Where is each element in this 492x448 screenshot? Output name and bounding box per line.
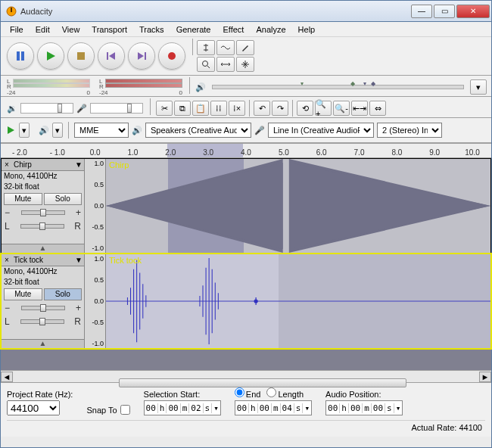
play-button[interactable] [37,42,64,70]
length-radio[interactable] [266,387,276,397]
menu-view[interactable]: View [56,23,86,36]
snap-to-checkbox[interactable] [120,405,130,415]
selection-end-field[interactable]: 00h 00m 04s▾ [235,400,312,415]
titlebar: Audacity — ▭ ✕ [1,1,491,22]
paste-button[interactable]: 📋 [192,101,209,116]
menu-file[interactable]: File [4,23,30,36]
svg-marker-13 [8,126,14,134]
trim-button[interactable]: ⁞⁞ [210,101,227,116]
scroll-thumb[interactable] [119,378,406,387]
input-channels-dropdown[interactable]: 2 (Stereo) Inp [377,123,442,138]
cut-button[interactable]: ✂ [156,101,173,116]
pause-button[interactable] [7,42,34,70]
close-button[interactable]: ✕ [456,5,490,18]
maximize-button[interactable]: ▭ [434,5,455,18]
gain-slider[interactable] [21,306,65,310]
track-format-1: Mono, 44100Hz [2,266,84,277]
zoom-in-button[interactable]: 🔍+ [315,101,332,116]
svg-marker-19 [291,163,490,249]
track-collapse-button[interactable]: ▲ [2,244,84,253]
track-name[interactable]: Tick tock [12,256,73,264]
play-at-speed-button[interactable]: ▾ [52,123,63,138]
project-rate-dropdown[interactable]: 44100 [7,400,60,415]
envelope-tool[interactable] [216,40,235,55]
gain-plus-icon: + [76,303,81,313]
end-radio[interactable] [235,387,244,397]
svg-line-12 [207,66,210,68]
stop-button[interactable] [67,42,95,70]
waveform-chirp[interactable]: Chirp [106,159,490,253]
track-close-button[interactable]: × [2,256,12,264]
menu-effect[interactable]: Effect [217,23,251,36]
output-volume-slider[interactable] [20,103,73,114]
mute-button[interactable]: Mute [4,288,42,300]
scroll-left-button[interactable]: ◄ [1,372,13,382]
gain-slider[interactable] [21,210,65,215]
speaker-small-icon: 🔉 [7,104,17,114]
redo-button[interactable]: ↷ [272,101,288,116]
gain-plus-icon: + [76,207,81,218]
timeshift-tool[interactable] [216,57,235,72]
menu-tracks[interactable]: Tracks [133,23,170,36]
fit-project-button[interactable]: ⇔ [369,101,386,116]
menu-help[interactable]: Help [292,23,322,36]
track-menu-button[interactable]: ▼ [73,256,84,264]
playback-meter[interactable]: LR -240 [7,79,90,95]
pan-slider[interactable] [20,224,64,229]
play-small-icon [7,126,16,135]
pan-slider[interactable] [20,319,64,324]
track-close-button[interactable]: × [2,160,12,169]
mute-button[interactable]: Mute [4,193,42,205]
speaker-icon: 🔊 [195,82,206,92]
speaker-device-icon: 🔊 [39,126,49,135]
horizontal-scrollbar[interactable]: ◄ ► [1,370,491,382]
track-name[interactable]: Chirp [12,160,73,169]
project-rate-label: Project Rate (Hz): [7,390,73,399]
zoom-out-button[interactable]: 🔍- [333,101,350,116]
audio-position-field[interactable]: 00h 00m 00s▾ [325,400,403,415]
transport-options-button[interactable]: ▾ [19,123,30,138]
sync-lock-button[interactable]: ⟲ [297,101,313,116]
solo-button[interactable]: Solo [44,288,83,300]
record-button[interactable] [158,42,185,70]
tracks-area: × Chirp ▼ Mono, 44100Hz 32-bit float Mut… [1,158,491,370]
amplitude-scale: 1.0 0.5 0.0 -0.5 -1.0 [85,254,106,348]
timeline-ruler[interactable]: - 2.0 - 1.0 0.0 1.0 2.0 3.0 4.0 5.0 6.0 … [1,143,491,158]
undo-button[interactable]: ↶ [254,101,270,116]
skip-end-button[interactable] [128,42,155,70]
track-menu-button[interactable]: ▼ [73,160,84,169]
track-chirp: × Chirp ▼ Mono, 44100Hz 32-bit float Mut… [1,158,491,254]
solo-button[interactable]: Solo [44,193,83,205]
selection-start-label: Selection Start: [144,390,221,399]
output-device-dropdown[interactable]: Speakers (Creative Aud [145,123,251,138]
audio-host-dropdown[interactable]: MME [74,123,129,138]
silence-button[interactable]: ⁞× [229,101,245,116]
draw-tool[interactable] [236,40,254,55]
length-radio-label[interactable]: Length [266,387,304,399]
multi-tool[interactable] [236,57,254,72]
fit-selection-button[interactable]: ⇤⇥ [351,101,368,116]
skip-start-button[interactable] [98,42,125,70]
menu-edit[interactable]: Edit [30,23,56,36]
menu-transport[interactable]: Transport [86,23,133,36]
selection-tool[interactable] [197,40,215,55]
minimize-button[interactable]: — [411,5,432,18]
pan-right-icon: R [74,221,81,232]
track-collapse-button[interactable]: ▲ [2,339,84,348]
zoom-tool[interactable] [197,57,215,72]
menu-generate[interactable]: Generate [170,23,217,36]
end-radio-label[interactable]: End [235,387,261,399]
menubar: File Edit View Transport Tracks Generate… [1,22,491,37]
record-meter[interactable]: LR -240 [99,79,182,95]
svg-rect-9 [145,52,146,60]
waveform-ticktock[interactable]: Tick tock [106,254,490,348]
selection-start-field[interactable]: 00h 00m 02s▾ [144,400,221,415]
menu-analyze[interactable]: Analyze [250,23,291,36]
copy-button[interactable]: ⧉ [174,101,191,116]
gain-minus-icon: − [5,207,10,218]
svg-marker-18 [106,163,283,249]
input-device-dropdown[interactable]: Line In (Creative AudioF [268,123,374,138]
input-volume-slider[interactable] [90,103,143,114]
scroll-right-button[interactable]: ► [479,372,491,382]
meter-options-button[interactable]: ▾ [470,79,487,95]
